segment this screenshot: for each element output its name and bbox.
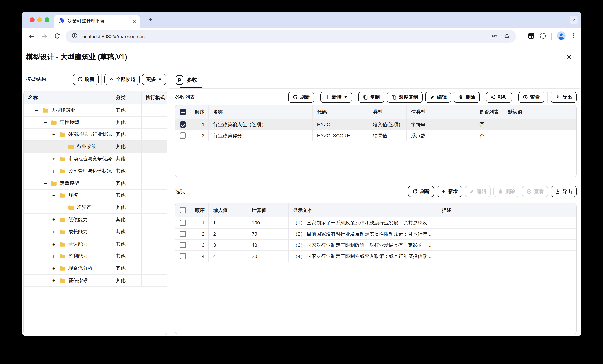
tree-row[interactable]: +营运能力 其他 <box>24 238 167 250</box>
row-checkbox[interactable] <box>180 253 186 259</box>
option-row[interactable]: 1 1 100 （1）.国家制定了一系列政策扶植和鼓励行业发展，尤其是税收... <box>175 217 576 228</box>
param-copy-button[interactable]: 复制 <box>358 91 384 102</box>
row-checkbox[interactable] <box>180 220 186 226</box>
param-row[interactable]: 1 行业政策输入值（选项） HYZC 输入值(选项) 字符串 否 <box>175 119 576 130</box>
tree-row[interactable]: 净资产 其他 <box>24 202 167 214</box>
more-button[interactable]: 更多 <box>142 74 166 85</box>
tree-row[interactable]: +征信指标 其他 <box>24 274 167 287</box>
expand-toggle[interactable]: + <box>51 229 57 235</box>
macos-minimize-button[interactable] <box>37 17 42 22</box>
collapse-toggle[interactable]: − <box>43 119 48 125</box>
active-tab-underline <box>180 87 202 88</box>
tree-node-label: 偿债能力 <box>68 216 88 223</box>
collapse-toggle[interactable]: − <box>34 107 39 113</box>
site-info-icon[interactable] <box>72 33 78 40</box>
reload-icon[interactable] <box>54 33 60 40</box>
expand-toggle[interactable]: + <box>51 168 57 174</box>
param-row[interactable]: 2 行业政策得分 HYZC_SCORE 结果值 浮点数 否 <box>175 130 576 141</box>
profile-avatar[interactable] <box>557 31 566 42</box>
param-add-button[interactable]: 新增 <box>320 91 352 102</box>
tree-row[interactable]: +盈利能力 其他 <box>24 250 167 262</box>
browser-toolbar: localhost:8080/#/re/resources <box>22 28 581 45</box>
collapse-toggle[interactable]: − <box>51 192 57 198</box>
tree-node-label: 市场地位与竞争优势 <box>68 156 112 162</box>
column-header-description: 描述 <box>437 203 576 217</box>
tree-node-category: 其他 <box>112 116 141 128</box>
tab-parameters[interactable]: P 参数 <box>174 72 198 88</box>
macos-close-button[interactable] <box>30 17 35 22</box>
expand-toggle[interactable]: + <box>51 217 57 223</box>
option-row[interactable]: 2 2 70 （2）.目前国家没有对行业发展制定实质性限制政策；且本行年... <box>175 228 576 240</box>
select-all-checkbox[interactable] <box>180 109 186 115</box>
param-deep-copy-button[interactable]: 深度复制 <box>387 91 423 102</box>
row-checkbox[interactable] <box>180 231 186 237</box>
option-calc-value: 20 <box>247 251 288 262</box>
expand-toggle[interactable]: + <box>51 253 57 259</box>
param-refresh-button[interactable]: 刷新 <box>288 91 314 102</box>
tree-row[interactable]: −规模 其他 <box>24 189 167 202</box>
tree-row[interactable]: −外部环境与行业状况 其他 <box>24 129 167 141</box>
expand-toggle[interactable]: + <box>51 265 57 272</box>
tree-row[interactable]: +公司管理与运营状况 其他 <box>24 165 167 177</box>
url-bar[interactable]: localhost:8080/#/re/resources <box>66 30 516 43</box>
option-delete-button[interactable]: 删除 <box>493 186 520 197</box>
expand-toggle[interactable]: + <box>51 156 57 162</box>
tab-search-chevron-icon[interactable] <box>569 16 578 24</box>
tree-node-label: 现金流分析 <box>68 265 93 272</box>
extension-app-icon[interactable] <box>527 32 534 41</box>
tree-row[interactable]: +市场地位与竞争优势 其他 <box>24 153 167 165</box>
option-order: 4 <box>190 251 208 262</box>
folder-icon <box>59 217 65 222</box>
tree-row-selected[interactable]: 行业政策 其他 <box>24 141 167 153</box>
tree-row[interactable]: −定量模型 其他 <box>24 177 167 190</box>
collapse-toggle[interactable]: − <box>43 180 48 186</box>
tree-node-category: 其他 <box>112 153 141 165</box>
menu-kebab-icon[interactable] <box>571 33 577 40</box>
expand-toggle[interactable]: + <box>51 241 57 247</box>
tree-row[interactable]: +偿债能力 其他 <box>24 214 167 226</box>
option-row[interactable]: 4 4 20 （4）.国家对行业制定了限制性或禁入政策；或本行年度授信政... <box>175 251 576 262</box>
param-edit-button[interactable]: 编辑 <box>425 91 451 102</box>
collapse-all-button[interactable]: 全部收起 <box>104 74 139 85</box>
extensions-puzzle-icon[interactable] <box>539 32 546 41</box>
browser-tab[interactable]: 决策引擎管理平台 × <box>54 15 140 28</box>
tree-row[interactable]: −定性模型 其他 <box>24 116 167 129</box>
param-view-button[interactable]: 查看 <box>518 91 544 102</box>
tree-row[interactable]: +现金流分析 其他 <box>24 262 167 275</box>
row-checkbox[interactable] <box>180 242 186 248</box>
chevron-down-icon <box>344 96 348 99</box>
collapse-toggle[interactable]: − <box>51 132 57 137</box>
option-export-button[interactable]: 导出 <box>551 186 577 197</box>
folder-icon <box>59 278 65 283</box>
option-add-button[interactable]: 新增 <box>437 186 462 197</box>
row-checkbox[interactable] <box>180 121 186 128</box>
param-value-type: 字符串 <box>406 119 475 130</box>
tree-row[interactable]: −大型建筑业 其他 <box>24 104 167 116</box>
tree-node-category: 其他 <box>112 226 141 238</box>
password-key-icon[interactable] <box>492 33 498 40</box>
folder-icon <box>59 241 65 247</box>
select-all-checkbox[interactable] <box>180 207 186 213</box>
tree-node-category: 其他 <box>112 129 141 140</box>
param-move-button[interactable]: 移动 <box>486 91 512 102</box>
tree-node-label: 征信指标 <box>68 277 88 284</box>
back-icon[interactable] <box>28 33 35 40</box>
new-tab-button[interactable]: + <box>146 15 155 24</box>
tree-row[interactable]: +成长能力 其他 <box>24 226 167 238</box>
expand-toggle[interactable]: + <box>51 278 57 284</box>
page-close-icon[interactable]: × <box>567 53 571 61</box>
option-refresh-button[interactable]: 刷新 <box>408 186 434 197</box>
bookmark-star-icon[interactable] <box>504 33 510 40</box>
toolbar-separator <box>547 91 548 102</box>
forward-icon[interactable] <box>41 33 47 40</box>
param-delete-button[interactable]: 删除 <box>454 91 480 102</box>
macos-fullscreen-button[interactable] <box>45 17 49 22</box>
tab-close-icon[interactable]: × <box>133 19 136 24</box>
tree-refresh-button[interactable]: 刷新 <box>73 74 99 85</box>
option-row[interactable]: 3 3 40 （3）.国家对行业制定了限制政策，对行业发展具有一定影响；... <box>175 240 576 251</box>
param-export-button[interactable]: 导出 <box>551 91 577 102</box>
tree-node-category: 其他 <box>112 141 141 153</box>
option-edit-button[interactable]: 编辑 <box>465 186 491 197</box>
row-checkbox[interactable] <box>180 133 186 139</box>
option-view-button[interactable]: 查看 <box>522 186 548 197</box>
